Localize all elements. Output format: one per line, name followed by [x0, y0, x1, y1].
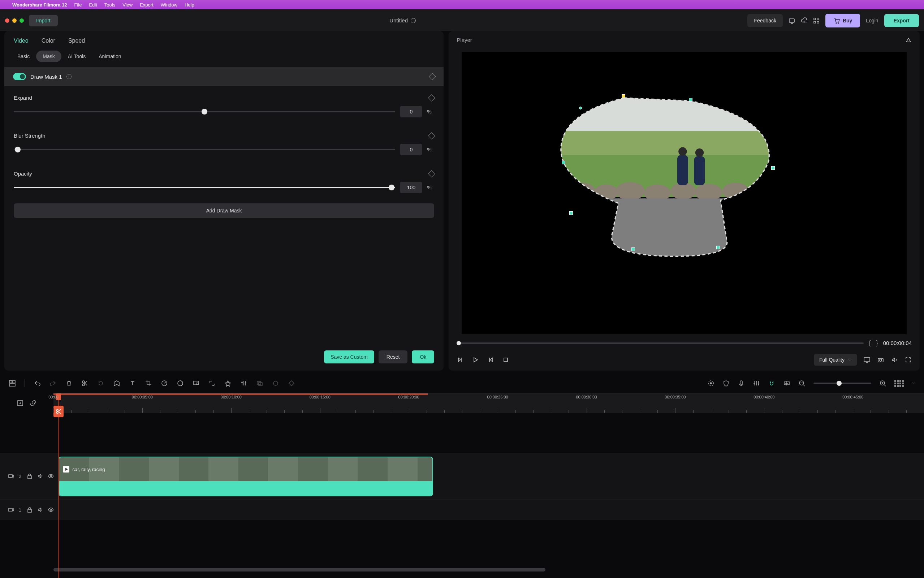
- close-window-icon[interactable]: [5, 18, 10, 23]
- lock-icon[interactable]: [26, 507, 32, 514]
- pip-icon[interactable]: [193, 380, 200, 387]
- feedback-button[interactable]: Feedback: [747, 14, 782, 27]
- menu-edit[interactable]: Edit: [89, 2, 97, 8]
- snapshot-icon[interactable]: [877, 356, 884, 364]
- quality-select[interactable]: Full Quality: [814, 354, 857, 365]
- crop-icon[interactable]: [145, 380, 152, 387]
- chevron-down-icon[interactable]: [912, 382, 915, 385]
- export-button[interactable]: Export: [884, 14, 919, 27]
- group-icon[interactable]: [256, 380, 263, 387]
- mask-point[interactable]: [631, 247, 635, 251]
- track-add-icon[interactable]: [16, 399, 24, 407]
- player-viewport[interactable]: [462, 52, 907, 334]
- visibility-icon[interactable]: [48, 473, 53, 480]
- redo-icon[interactable]: [50, 380, 57, 387]
- zoom-in-icon[interactable]: [879, 380, 887, 387]
- fullscreen-icon[interactable]: [905, 356, 912, 364]
- mark-in-icon[interactable]: {: [869, 339, 871, 347]
- shield-icon[interactable]: [723, 380, 729, 387]
- add-track-icon[interactable]: [783, 380, 790, 387]
- player-progress-bar[interactable]: [457, 343, 863, 344]
- zoom-out-icon[interactable]: [798, 380, 806, 387]
- menu-help[interactable]: Help: [185, 2, 195, 8]
- mask-section-header[interactable]: Draw Mask 1 i: [4, 67, 444, 86]
- mask-shape-overlay[interactable]: [542, 89, 791, 270]
- zoom-slider[interactable]: [814, 383, 871, 384]
- maximize-window-icon[interactable]: [19, 18, 24, 23]
- adjust-icon[interactable]: [240, 380, 248, 387]
- cloud-download-icon[interactable]: [801, 17, 807, 24]
- save-as-custom-button[interactable]: Save as Custom: [324, 351, 374, 364]
- expand-slider[interactable]: [14, 111, 395, 112]
- track-1-body[interactable]: [53, 500, 924, 520]
- timeline-clip[interactable]: car, rally, racing: [58, 456, 433, 496]
- mask-enable-toggle[interactable]: [13, 73, 26, 80]
- player-settings-icon[interactable]: [905, 37, 912, 43]
- timeline-ruler[interactable]: 00:0000:00:05:0000:00:10:0000:00:15:0000…: [53, 393, 924, 413]
- keyframe-timeline-icon[interactable]: [288, 380, 295, 387]
- visibility-icon[interactable]: [48, 507, 53, 514]
- expand-icon[interactable]: [208, 380, 216, 387]
- text-icon[interactable]: [129, 380, 136, 387]
- speed-icon[interactable]: [161, 380, 168, 387]
- add-draw-mask-button[interactable]: Add Draw Mask: [14, 203, 434, 218]
- subtab-ai-tools[interactable]: AI Tools: [62, 50, 92, 62]
- display-monitor-icon[interactable]: [863, 356, 871, 364]
- next-frame-icon[interactable]: [487, 356, 494, 364]
- subtab-basic[interactable]: Basic: [11, 50, 36, 62]
- mark-out-icon[interactable]: }: [876, 339, 878, 347]
- playhead[interactable]: [58, 393, 59, 578]
- audio-mixer-icon[interactable]: [753, 380, 760, 387]
- menu-tools[interactable]: Tools: [104, 2, 115, 8]
- link-icon[interactable]: [30, 399, 37, 407]
- menu-window[interactable]: Window: [161, 2, 177, 8]
- display-icon[interactable]: [789, 17, 795, 24]
- blur-keyframe-icon[interactable]: [428, 132, 435, 140]
- subtab-mask[interactable]: Mask: [36, 50, 61, 62]
- mask-point[interactable]: [716, 246, 720, 249]
- render-icon[interactable]: [707, 380, 715, 387]
- delete-icon[interactable]: [65, 380, 73, 387]
- progress-thumb[interactable]: [457, 341, 461, 345]
- mute-icon[interactable]: [37, 473, 43, 480]
- mask-point[interactable]: [562, 161, 565, 164]
- effects-icon[interactable]: [224, 380, 232, 387]
- minimize-window-icon[interactable]: [12, 18, 16, 23]
- play-icon[interactable]: [472, 356, 479, 364]
- audio-detach-icon[interactable]: [97, 380, 104, 387]
- apps-grid-icon[interactable]: [813, 17, 820, 24]
- prev-frame-icon[interactable]: [457, 356, 464, 364]
- expand-value[interactable]: 0: [400, 106, 422, 117]
- stop-icon[interactable]: [502, 356, 509, 364]
- volume-icon[interactable]: [891, 356, 898, 364]
- mask-point[interactable]: [569, 211, 573, 215]
- opacity-keyframe-icon[interactable]: [428, 170, 435, 177]
- blur-slider[interactable]: [14, 149, 395, 150]
- reset-button[interactable]: Reset: [379, 351, 408, 364]
- video-track-icon[interactable]: [8, 473, 14, 480]
- undo-icon[interactable]: [34, 380, 41, 387]
- voiceover-icon[interactable]: [738, 380, 745, 387]
- app-name[interactable]: Wondershare Filmora 12: [12, 2, 67, 8]
- track-2-body[interactable]: car, rally, racing: [53, 453, 924, 500]
- import-button[interactable]: Import: [29, 15, 58, 26]
- scrollbar-thumb[interactable]: [53, 568, 545, 572]
- tab-color[interactable]: Color: [42, 37, 55, 44]
- record-icon[interactable]: [272, 380, 279, 387]
- mask-point[interactable]: [689, 98, 692, 102]
- menu-file[interactable]: File: [74, 2, 82, 8]
- login-link[interactable]: Login: [866, 18, 878, 23]
- keyframe-icon[interactable]: [429, 73, 436, 80]
- timeline-scrollbar[interactable]: [53, 568, 917, 572]
- subtab-animation[interactable]: Animation: [92, 50, 128, 62]
- opacity-slider[interactable]: [14, 187, 395, 188]
- mask-point[interactable]: [771, 166, 775, 170]
- layout-icon[interactable]: [9, 380, 16, 387]
- mask-point[interactable]: [622, 94, 625, 98]
- ok-button[interactable]: Ok: [412, 351, 434, 364]
- tab-speed[interactable]: Speed: [68, 37, 85, 44]
- tab-video[interactable]: Video: [14, 37, 29, 44]
- expand-keyframe-icon[interactable]: [428, 94, 435, 102]
- save-status-icon[interactable]: [411, 18, 416, 23]
- lock-icon[interactable]: [26, 473, 32, 480]
